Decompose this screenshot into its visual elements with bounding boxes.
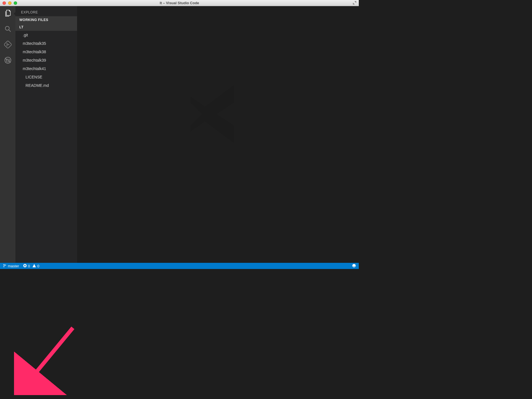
- window-minimize-button[interactable]: [8, 1, 11, 5]
- tree-file[interactable]: README.md: [15, 81, 77, 90]
- tree-folder[interactable]: m3techtalk41: [15, 64, 77, 73]
- activity-search[interactable]: [4, 25, 12, 34]
- smiley-icon: [352, 264, 356, 268]
- svg-line-1: [9, 30, 11, 32]
- activity-bar: [0, 6, 15, 263]
- svg-point-31: [352, 264, 356, 267]
- titlebar: lt – Visual Studio Code: [0, 0, 359, 6]
- status-bar: master 0 0: [0, 263, 359, 269]
- status-problems[interactable]: 0 0: [23, 264, 39, 268]
- tree-item-label: m3techtalk39: [23, 57, 46, 63]
- svg-point-4: [6, 45, 7, 46]
- warning-icon: [32, 264, 36, 268]
- window-title: lt – Visual Studio Code: [0, 1, 359, 5]
- tree-folder[interactable]: m3techtalk35: [15, 39, 77, 48]
- svg-line-9: [9, 59, 10, 60]
- svg-rect-30: [34, 266, 34, 267]
- section-working-files-label: WORKING FILES: [19, 18, 48, 22]
- tree-folder[interactable]: .git: [15, 31, 77, 39]
- files-icon: [4, 9, 12, 18]
- svg-point-33: [354, 265, 355, 265]
- status-branch-name: master: [8, 264, 19, 268]
- tree-folder[interactable]: m3techtalk38: [15, 48, 77, 56]
- svg-rect-29: [34, 265, 34, 266]
- svg-point-32: [353, 265, 354, 265]
- error-icon: [23, 264, 27, 268]
- activity-explorer[interactable]: [4, 10, 12, 18]
- section-project-label: LT: [19, 25, 24, 29]
- window-zoom-button[interactable]: [14, 1, 17, 5]
- svg-point-22: [3, 264, 4, 265]
- svg-point-0: [5, 26, 9, 30]
- editor-area: [77, 6, 359, 263]
- window-close-button[interactable]: [3, 1, 6, 5]
- sidebar-panel-title: EXPLORE: [15, 8, 77, 16]
- traffic-lights: [3, 1, 17, 5]
- activity-git[interactable]: [4, 41, 12, 49]
- tree-file[interactable]: LICENSE: [15, 73, 77, 81]
- section-working-files[interactable]: WORKING FILES: [15, 16, 77, 24]
- status-warning-count: 0: [37, 264, 39, 268]
- svg-point-23: [3, 266, 4, 267]
- vscode-logo-icon: [182, 78, 255, 150]
- status-error-count: 0: [28, 264, 30, 268]
- svg-line-14: [5, 58, 11, 62]
- search-icon: [4, 25, 12, 34]
- status-git-branch[interactable]: master: [3, 264, 19, 268]
- tree-item-label: m3techtalk41: [23, 66, 46, 72]
- workspace: EXPLORE WORKING FILES LT .git m3techtalk…: [0, 6, 359, 263]
- bug-icon: [4, 56, 12, 65]
- activity-debug[interactable]: [4, 57, 12, 65]
- git-branch-icon: [3, 264, 7, 268]
- sidebar: EXPLORE WORKING FILES LT .git m3techtalk…: [15, 6, 77, 263]
- fullscreen-icon[interactable]: [353, 1, 357, 5]
- tree-item-label: LICENSE: [26, 74, 42, 80]
- tree-item-label: m3techtalk35: [23, 40, 46, 47]
- git-branch-icon: [4, 41, 12, 50]
- tree-item-label: README.md: [26, 82, 49, 89]
- tree-folder[interactable]: m3techtalk39: [15, 56, 77, 64]
- tree-item-label: .git: [23, 32, 28, 38]
- section-project[interactable]: LT: [15, 24, 77, 31]
- svg-line-12: [6, 62, 6, 62]
- status-feedback[interactable]: [352, 264, 356, 268]
- tree-item-label: m3techtalk38: [23, 49, 46, 55]
